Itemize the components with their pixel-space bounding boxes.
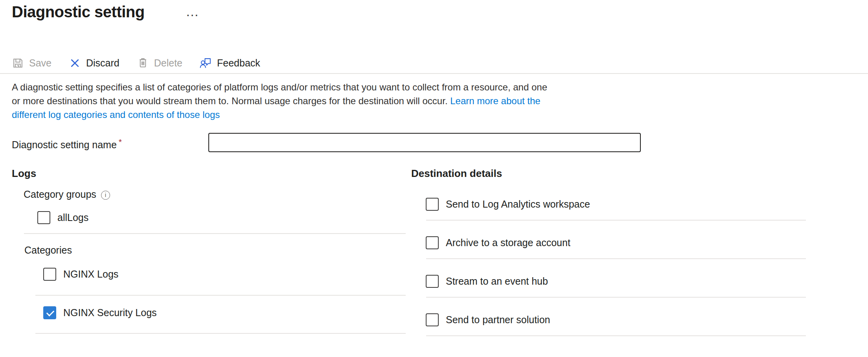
nginx-logs-checkbox-row[interactable]: NGINX Logs [43,268,118,281]
send-to-log-analytics-checkbox[interactable] [426,198,439,211]
send-to-log-analytics-row[interactable]: Send to Log Analytics workspace [426,198,590,211]
logs-divider-3 [35,333,406,334]
send-to-partner-solution-label: Send to partner solution [446,314,550,326]
trash-icon [137,57,149,69]
save-icon [12,57,24,69]
discard-button[interactable]: Discard [69,57,120,69]
feedback-person-bubble-icon [200,57,212,69]
destination-divider-2 [426,258,806,259]
discard-x-icon [69,57,81,69]
nginx-security-logs-label: NGINX Security Logs [63,307,157,318]
categories-label: Categories [24,245,72,256]
info-icon[interactable]: i [101,191,110,200]
send-to-log-analytics-label: Send to Log Analytics workspace [446,199,590,210]
nginx-logs-label: NGINX Logs [63,269,118,280]
logs-heading: Logs [12,167,36,180]
category-groups-label: Category groupsi [24,189,110,200]
nginx-security-logs-checkbox-row[interactable]: NGINX Security Logs [43,306,157,319]
destination-divider-3 [426,297,806,298]
nginx-security-logs-checkbox[interactable] [43,306,56,319]
archive-to-storage-label: Archive to a storage account [446,237,570,248]
diagnostic-setting-name-input[interactable] [208,133,641,152]
send-to-partner-solution-row[interactable]: Send to partner solution [426,313,550,326]
archive-to-storage-row[interactable]: Archive to a storage account [426,236,570,249]
save-button[interactable]: Save [12,57,51,69]
delete-button[interactable]: Delete [137,57,182,69]
stream-to-event-hub-label: Stream to an event hub [446,276,548,287]
destination-details-heading: Destination details [411,167,502,180]
toolbar-divider [0,73,868,74]
stream-to-event-hub-row[interactable]: Stream to an event hub [426,275,548,288]
category-groups-text: Category groups [24,189,96,200]
name-label-text: Diagnostic setting name [12,139,117,150]
alllogs-checkbox-row[interactable]: allLogs [37,211,88,224]
logs-divider-1 [24,233,406,234]
feedback-label: Feedback [217,57,260,69]
send-to-partner-solution-checkbox[interactable] [426,313,439,326]
destination-divider-4 [426,335,806,336]
discard-label: Discard [86,57,120,69]
logs-divider-2 [35,295,406,296]
command-bar: Save Discard Delete Feedback [12,54,260,72]
description-text: A diagnostic setting specifies a list of… [12,80,551,121]
feedback-button[interactable]: Feedback [200,57,260,69]
alllogs-checkbox[interactable] [37,211,50,224]
alllogs-label: allLogs [57,212,88,223]
archive-to-storage-checkbox[interactable] [426,236,439,249]
destination-divider-1 [426,220,806,221]
stream-to-event-hub-checkbox[interactable] [426,275,439,288]
diagnostic-setting-name-label: Diagnostic setting name* [12,137,122,151]
required-asterisk: * [119,137,122,146]
more-options-button[interactable]: … [186,4,200,19]
delete-label: Delete [154,57,182,69]
nginx-logs-checkbox[interactable] [43,268,56,281]
save-label: Save [29,57,51,69]
page-title: Diagnostic setting [12,3,145,21]
